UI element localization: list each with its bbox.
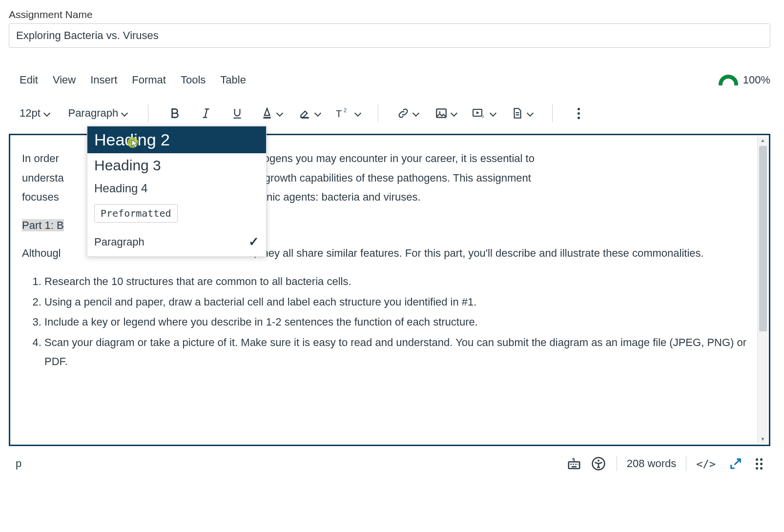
document-button[interactable] [503, 103, 541, 123]
image-button[interactable] [427, 103, 465, 123]
block-format-selector[interactable]: Paragraph [59, 103, 137, 123]
text-color-icon [261, 107, 273, 120]
bold-icon [168, 107, 181, 120]
list-item: Include a key or legend where you descri… [44, 312, 757, 332]
scroll-thumb[interactable] [759, 146, 767, 331]
svg-point-22 [598, 460, 599, 462]
underline-icon [231, 107, 244, 120]
assignment-name-input[interactable] [9, 23, 770, 48]
bold-button[interactable] [159, 103, 190, 123]
kebab-icon [574, 108, 584, 119]
fullscreen-button[interactable] [727, 455, 744, 472]
svg-line-2 [205, 109, 207, 117]
toolbar-separator [378, 104, 378, 122]
dropdown-preformatted-label: Preformatted [94, 204, 178, 223]
resize-handle[interactable] [751, 455, 767, 472]
chevron-down-icon [121, 110, 128, 117]
svg-rect-18 [575, 464, 577, 465]
content-scrollbar[interactable]: ▲ ▼ [757, 136, 768, 444]
word-count[interactable]: 208 words [627, 457, 677, 470]
document-icon [511, 107, 524, 120]
svg-text:♪: ♪ [482, 114, 484, 119]
text-color-button[interactable] [253, 103, 291, 123]
element-path[interactable]: p [16, 457, 21, 470]
scroll-up-arrow-icon[interactable]: ▲ [758, 136, 768, 145]
dropdown-heading4[interactable]: Heading 4 [87, 178, 266, 199]
svg-rect-19 [578, 464, 578, 465]
content-ordered-list: Research the 10 structures that are comm… [44, 272, 757, 371]
media-button[interactable]: ♪ [465, 103, 503, 123]
svg-rect-20 [572, 466, 577, 468]
font-size-value: 12pt [20, 107, 41, 120]
html-view-toggle[interactable]: </> [696, 458, 716, 470]
chevron-down-icon [314, 110, 321, 117]
accessibility-score-icon [719, 75, 738, 85]
chevron-down-icon [413, 110, 419, 117]
block-format-dropdown: Heading 2 Heading 3 Heading 4 Preformatt… [87, 126, 267, 257]
dropdown-paragraph-label: Paragraph [94, 236, 144, 248]
italic-icon [200, 107, 212, 120]
svg-text:T: T [336, 108, 342, 119]
list-item: Using a pencil and paper, draw a bacteri… [44, 292, 757, 312]
dropdown-paragraph[interactable]: Paragraph ✓ [87, 227, 266, 256]
editor-toolbar: 12pt Paragraph T2 [9, 98, 770, 129]
accessibility-score: 100% [743, 74, 770, 86]
font-size-selector[interactable]: 12pt [20, 103, 50, 123]
more-toolbar-button[interactable] [563, 103, 595, 123]
superscript-icon: T2 [335, 107, 351, 120]
menu-edit[interactable]: Edit [20, 74, 38, 86]
menu-table[interactable]: Table [220, 74, 246, 86]
svg-rect-16 [570, 464, 572, 465]
keyboard-shortcuts-button[interactable] [566, 455, 582, 472]
menu-format[interactable]: Format [132, 74, 166, 86]
dropdown-heading4-label: Heading 4 [94, 182, 147, 195]
toolbar-separator [148, 104, 148, 122]
link-icon [397, 107, 410, 120]
block-format-value: Paragraph [68, 107, 118, 120]
svg-rect-17 [573, 464, 574, 465]
statusbar-separator [617, 456, 617, 471]
svg-rect-4 [263, 117, 270, 119]
statusbar-separator [686, 456, 686, 471]
scroll-down-arrow-icon[interactable]: ▼ [758, 435, 768, 444]
dropdown-preformatted[interactable]: Preformatted [87, 199, 266, 227]
accessibility-checker-button[interactable] [590, 455, 607, 472]
chevron-down-icon [451, 110, 457, 117]
chevron-down-icon [527, 110, 534, 117]
chevron-down-icon [354, 110, 361, 117]
underline-button[interactable] [222, 103, 253, 123]
menu-tools[interactable]: Tools [181, 74, 206, 86]
highlight-color-button[interactable] [291, 103, 329, 123]
superscript-button[interactable]: T2 [329, 103, 367, 123]
keyboard-icon [567, 456, 581, 471]
svg-text:2: 2 [344, 107, 347, 113]
dropdown-heading3-label: Heading 3 [94, 157, 161, 174]
dropdown-heading3[interactable]: Heading 3 [87, 153, 266, 178]
chevron-down-icon [490, 110, 496, 117]
dropdown-heading2[interactable]: Heading 2 [87, 126, 266, 153]
assignment-name-label: Assignment Name [9, 9, 775, 20]
drag-handle-icon [756, 458, 763, 470]
media-icon: ♪ [472, 107, 487, 120]
mouse-cursor-icon [127, 137, 141, 150]
list-item: Research the 10 structures that are comm… [44, 272, 757, 291]
toolbar-separator [552, 104, 553, 122]
italic-button[interactable] [190, 103, 222, 123]
check-icon: ✓ [248, 234, 259, 249]
svg-point-9 [439, 111, 440, 113]
svg-rect-15 [568, 462, 579, 469]
svg-rect-5 [301, 117, 309, 119]
editor-statusbar: p 208 words </> [9, 450, 770, 477]
expand-icon [729, 457, 743, 471]
list-item: Scan your diagram or take a picture of i… [44, 333, 757, 371]
chevron-down-icon [276, 110, 283, 117]
menu-insert[interactable]: Insert [90, 74, 117, 86]
chevron-down-icon [43, 110, 50, 117]
link-button[interactable] [389, 103, 427, 123]
menu-view[interactable]: View [53, 74, 76, 86]
highlight-icon [299, 107, 311, 120]
editor-menubar: Edit View Insert Format Tools Table 100% [9, 71, 770, 89]
accessibility-icon [591, 456, 606, 471]
image-icon [435, 107, 448, 120]
